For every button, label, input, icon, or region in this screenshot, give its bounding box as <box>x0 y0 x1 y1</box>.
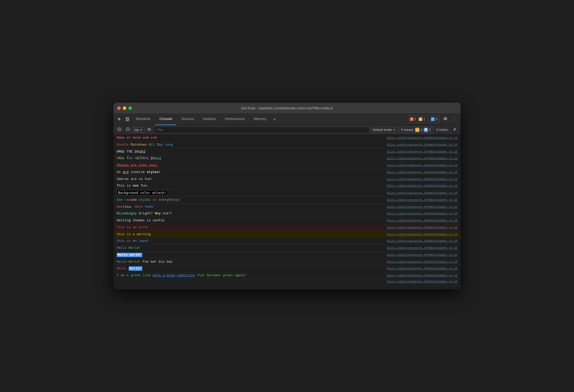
context-label: top <box>135 128 139 132</box>
log-message: ĐɌØρ ΤΉΣ βΔϢϢ <box>117 149 383 154</box>
log-message: this is an input <box>117 239 383 244</box>
warning-icon: ▲ <box>419 117 422 121</box>
clear-console-button[interactable] <box>116 126 123 133</box>
log-source[interactable]: blitz.e1937cc6e2ee7e…3f4063378a564.js:15 <box>387 150 457 153</box>
log-source[interactable]: blitz.e1937cc6e2ee7e…3f4063378a564.js:15 <box>387 267 457 270</box>
hidden-button[interactable]: 6 hidden <box>434 127 450 132</box>
log-message: Use random styles on everything! <box>117 198 383 203</box>
svg-rect-1 <box>127 118 128 120</box>
log-source[interactable]: blitz.e1937cc6e2ee7e…3f4063378a564.js:15 <box>387 226 457 229</box>
tab-memory[interactable]: Memory <box>250 113 271 125</box>
log-row: Blindingly bright? Why not?! blitz.e1937… <box>113 210 461 217</box>
console-output[interactable]: Make it bold and red blitz.e1937cc6e2ee7… <box>113 135 461 289</box>
default-levels-button[interactable]: Default levels ▼ <box>370 127 398 133</box>
tab-console[interactable]: Console <box>155 113 176 125</box>
log-row: ĐɌØρ ΤΉΣ βΔϢϢ blitz.e1937cc6e2ee7e…3f406… <box>113 149 461 155</box>
svg-point-8 <box>149 129 150 130</box>
devtools-window: DevTools - stackblitz.com/edit/node-colo… <box>113 103 461 289</box>
log-source[interactable]: blitz.e1937cc6e2ee7e…3f4063378a564.js:15 <box>387 212 457 215</box>
log-source[interactable]: blitz.e1937cc6e2ee7e…3f4063378a564.js:15 <box>387 178 457 181</box>
log-source[interactable]: blitz.e1937cc6e2ee7e…3f4063378a564.js:15 <box>387 219 457 222</box>
log-message: I am a green line with a blue substring … <box>117 273 383 278</box>
maximize-button[interactable] <box>128 106 132 110</box>
hidden-settings-icon[interactable] <box>451 126 458 133</box>
log-source[interactable]: blitz.e1937cc6e2ee7e…3f4063378a564.js:15 <box>387 239 457 243</box>
log-row: ĐɌØρ The ЯΔĨŇΒΘЩ βΔϢϢ blitz.e1937cc6e2ee… <box>113 155 461 162</box>
error-count: 1 <box>415 117 416 121</box>
log-message: America, Heck Yeah! <box>117 205 383 210</box>
info-count: 3 <box>436 117 438 121</box>
log-source[interactable]: blitz.e1937cc6e2ee7e…3f4063378a564.js:15 <box>387 280 457 283</box>
log-row: Setting themes is useful blitz.e1937cc6e… <box>113 217 461 224</box>
log-source[interactable]: blitz.e1937cc6e2ee7e…3f4063378a564.js:15 <box>387 164 457 167</box>
minimize-button[interactable] <box>123 106 126 110</box>
info-badge-button[interactable]: ! 3 <box>429 116 440 123</box>
log-source[interactable]: blitz.e1937cc6e2ee7e…3f4063378a564.js:15 <box>387 260 457 263</box>
context-selector[interactable]: top ▼ <box>133 127 144 133</box>
log-message: So are inverse styles! <box>117 170 383 175</box>
close-button[interactable] <box>117 106 121 110</box>
log-source[interactable]: blitz.e1937cc6e2ee7e…3f4063378a564.js:15 <box>387 136 457 139</box>
log-message: Background color attack! <box>117 190 383 196</box>
log-source[interactable]: blitz.e1937cc6e2ee7e…3f4063378a564.js:15 <box>387 205 457 209</box>
log-source[interactable]: blitz.e1937cc6e2ee7e…3f4063378a564.js:15 <box>387 171 457 174</box>
log-row: America, Heck Yeah! blitz.e1937cc6e2ee7e… <box>113 204 461 211</box>
log-message: Hello World! <box>117 266 383 271</box>
log-message: This is not fun. <box>117 183 383 189</box>
tab-elements[interactable]: Elements <box>132 113 155 125</box>
levels-label: Default levels <box>373 128 392 132</box>
log-source[interactable]: blitz.e1937cc6e2ee7e…3f4063378a564.js:15 <box>387 157 457 160</box>
log-source[interactable]: blitz.e1937cc6e2ee7e…3f4063378a564.js:15 <box>387 253 457 257</box>
svg-point-2 <box>127 120 127 120</box>
log-row: Use random styles on everything! blitz.e… <box>113 197 461 204</box>
log-source[interactable]: blitz.e1937cc6e2ee7e…3f4063378a564.js:15 <box>387 184 457 187</box>
log-row: Hello World! blitz.e1937cc6e2ee7e…3f4063… <box>113 245 461 252</box>
issues-info-count: 2 <box>429 128 431 132</box>
issues-warning-count: 3 <box>420 128 422 132</box>
no-filter-button[interactable] <box>124 126 132 133</box>
log-message: Hello world! <box>117 253 383 258</box>
hidden-label: 6 hidden <box>436 128 448 132</box>
warning-count: 1 <box>423 117 425 121</box>
log-message: Chains are also cool. <box>117 163 383 168</box>
cursor-icon-btn[interactable] <box>116 116 123 122</box>
log-message: Hello World! <box>117 246 383 251</box>
issues-warning-icon: ▲ <box>415 128 419 132</box>
log-message: Blindingly bright? Why not?! <box>117 211 383 216</box>
log-row: This is not fun. blitz.e1937cc6e2ee7e…3f… <box>113 183 461 190</box>
log-row: this is an input blitz.e1937cc6e2ee7e…3f… <box>113 238 461 245</box>
more-tabs-button[interactable]: » <box>271 116 278 123</box>
issues-label: 5 Issues: <box>401 128 414 132</box>
log-message: Zebras are so fun! <box>117 177 383 182</box>
log-row: Zebras are so fun! blitz.e1937cc6e2ee7e…… <box>113 176 461 183</box>
log-source[interactable]: blitz.e1937cc6e2ee7e…3f4063378a564.js:15 <box>387 246 457 250</box>
issues-info-icon: 💬 <box>424 128 428 132</box>
log-message: Double Rainbows All Day Long <box>117 142 383 147</box>
window-title: DevTools - stackblitz.com/edit/node-colo… <box>241 106 333 110</box>
device-icon-btn[interactable] <box>124 116 131 122</box>
tab-performance[interactable]: Performance <box>221 113 249 125</box>
log-row: So are inverse styles! blitz.e1937cc6e2e… <box>113 169 461 176</box>
log-row: Make it bold and red blitz.e1937cc6e2ee7… <box>113 135 461 142</box>
more-options-button[interactable]: ⋮ <box>451 115 458 123</box>
log-source[interactable]: blitz.e1937cc6e2ee7e…3f4063378a564.js:15 <box>387 191 457 195</box>
tab-network[interactable]: Network <box>199 113 220 125</box>
error-icon: ✕ <box>410 117 414 121</box>
info-icon: ! <box>431 117 435 121</box>
log-source[interactable]: blitz.e1937cc6e2ee7e…3f4063378a564.js:15 <box>387 143 457 146</box>
devtools-toolbar: Elements Console Sources Network Perform… <box>113 113 461 125</box>
log-source[interactable]: blitz.e1937cc6e2ee7e…3f4063378a564.js:15 <box>387 274 457 277</box>
filter-input[interactable] <box>154 127 369 133</box>
settings-button[interactable] <box>441 115 449 123</box>
issues-button[interactable]: 5 Issues: ▲ 3 💬 2 <box>399 127 433 133</box>
chevron-down-icon: ▼ <box>140 129 143 131</box>
log-row: Chains are also cool. blitz.e1937cc6e2ee… <box>113 162 461 169</box>
log-row: Hello World! blitz.e1937cc6e2ee7e…3f4063… <box>113 265 461 272</box>
log-source[interactable]: blitz.e1937cc6e2ee7e…3f4063378a564.js:15 <box>387 233 457 236</box>
log-source[interactable]: blitz.e1937cc6e2ee7e…3f4063378a564.js:15 <box>387 198 457 202</box>
eye-icon-button[interactable] <box>146 126 153 133</box>
log-message: this is a warning <box>117 232 383 237</box>
tab-sources[interactable]: Sources <box>177 113 198 125</box>
error-badge-button[interactable]: ✕ 1 ▲ 1 <box>408 116 427 123</box>
levels-chevron-icon: ▼ <box>393 129 395 131</box>
